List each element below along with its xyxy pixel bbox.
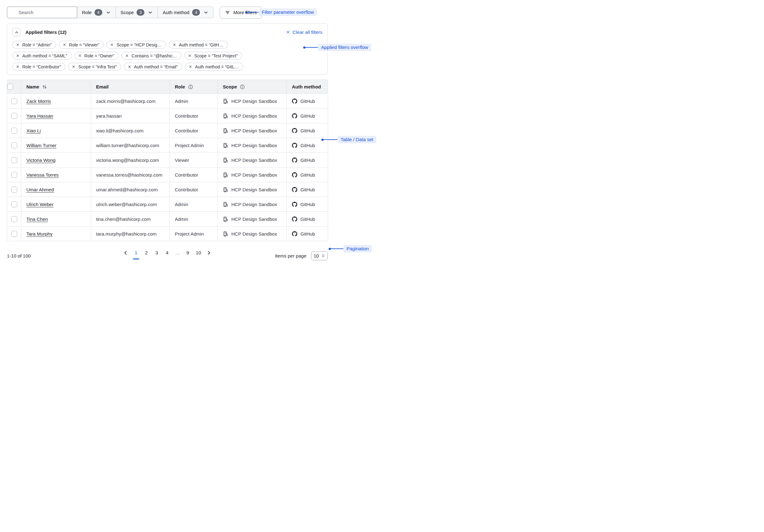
- remove-filter-icon[interactable]: [189, 65, 192, 68]
- row-checkbox[interactable]: [11, 128, 17, 134]
- user-role: Admin: [170, 197, 218, 212]
- applied-filter-pill[interactable]: Scope = “HCP Desig…: [106, 41, 166, 49]
- table-row: Victoria Wong victoria.wong@hashicorp.co…: [7, 153, 328, 168]
- user-scope: HCP Design Sandbox: [231, 98, 277, 104]
- pill-label: Auth method = “Email”: [134, 64, 178, 69]
- user-role: Project Admin: [170, 138, 218, 153]
- user-email: tina.chen@hashicorp.com: [91, 212, 170, 226]
- remove-filter-icon[interactable]: [16, 54, 19, 58]
- applied-filter-pill[interactable]: Role = “Owner”: [75, 52, 119, 60]
- items-per-page-select[interactable]: 10: [311, 251, 328, 260]
- remove-filter-icon[interactable]: [72, 65, 75, 68]
- row-checkbox[interactable]: [11, 231, 17, 237]
- annotation-line: [247, 12, 259, 13]
- user-name-link[interactable]: Tina Chen: [26, 216, 48, 222]
- applied-filter-pill[interactable]: Role = “Viewer”: [59, 41, 104, 49]
- user-name-link[interactable]: Xiao Li: [26, 128, 41, 133]
- page-button-9[interactable]: 9: [185, 250, 190, 256]
- applied-filter-pill[interactable]: Auth method = “GitH…: [169, 41, 228, 49]
- org-icon: [223, 187, 228, 192]
- pill-label: Auth method = “GitL…: [195, 64, 239, 69]
- org-icon: [223, 216, 228, 222]
- prev-page-button[interactable]: [123, 250, 128, 255]
- user-name-link[interactable]: Victoria Wong: [26, 158, 56, 163]
- user-role: Contributor: [170, 168, 218, 182]
- search-input[interactable]: [7, 7, 77, 18]
- row-checkbox[interactable]: [11, 142, 17, 148]
- user-role: Contributor: [170, 123, 218, 138]
- org-icon: [223, 128, 228, 133]
- remove-filter-icon[interactable]: [125, 54, 129, 58]
- pill-label: Auth method = “SAML”: [22, 53, 67, 58]
- user-scope: HCP Design Sandbox: [231, 143, 277, 148]
- annotation-line: [331, 248, 343, 249]
- collapse-applied-filters-button[interactable]: [12, 28, 21, 36]
- applied-filter-pill[interactable]: Scope = “Test Project”: [184, 52, 242, 60]
- remove-filter-icon[interactable]: [63, 43, 66, 47]
- scope-filter-dropdown[interactable]: Scope 3: [116, 7, 158, 18]
- column-header-auth-method: Auth method: [292, 84, 321, 89]
- user-role: Viewer: [170, 153, 218, 168]
- annotation-line: [305, 47, 318, 48]
- applied-filter-pill[interactable]: Auth method = “GitL…: [185, 63, 243, 70]
- user-name-link[interactable]: William Turner: [26, 143, 57, 148]
- auth-method-filter-dropdown[interactable]: Auth method 4: [158, 7, 213, 18]
- clear-all-filters-link[interactable]: Clear all filters: [286, 30, 322, 35]
- sort-icon[interactable]: [42, 84, 47, 89]
- applied-filter-pill[interactable]: Contains = “@hashic…: [121, 52, 181, 60]
- role-filter-dropdown[interactable]: Role 4: [77, 7, 116, 18]
- pill-label: Role = “Contributor”: [22, 64, 61, 69]
- user-name-link[interactable]: Yara Hassan: [26, 113, 53, 119]
- applied-filters-title: Applied filters (12): [25, 30, 67, 35]
- row-checkbox[interactable]: [11, 113, 17, 119]
- page-button-4[interactable]: 4: [164, 250, 169, 256]
- user-scope: HCP Design Sandbox: [231, 187, 277, 192]
- user-name-link[interactable]: Ulrich Weber: [26, 202, 53, 207]
- user-auth-method: GitHub: [300, 172, 315, 178]
- github-icon: [292, 98, 297, 104]
- github-icon: [292, 172, 297, 178]
- remove-filter-icon[interactable]: [16, 43, 19, 47]
- remove-filter-icon[interactable]: [16, 65, 19, 68]
- applied-filter-pill[interactable]: Auth method = “SAML”: [12, 52, 72, 60]
- org-icon: [223, 231, 228, 236]
- remove-filter-icon[interactable]: [110, 43, 113, 47]
- user-name-link[interactable]: Umar Ahmed: [26, 187, 54, 192]
- applied-filter-pill[interactable]: Role = “Admin”: [12, 41, 56, 49]
- org-icon: [223, 158, 228, 163]
- row-checkbox[interactable]: [11, 201, 17, 207]
- org-icon: [223, 172, 228, 178]
- remove-filter-icon[interactable]: [173, 43, 176, 47]
- next-page-button[interactable]: [207, 250, 212, 255]
- remove-filter-icon[interactable]: [128, 65, 131, 68]
- applied-filter-pill[interactable]: Role = “Contributor”: [12, 63, 65, 70]
- row-checkbox[interactable]: [11, 98, 17, 104]
- page-button-3[interactable]: 3: [154, 250, 159, 256]
- close-icon: [286, 30, 290, 34]
- user-name-link[interactable]: Tara Murphy: [26, 231, 53, 236]
- row-checkbox[interactable]: [11, 187, 17, 193]
- page-button-1[interactable]: 1: [133, 250, 138, 256]
- select-all-checkbox[interactable]: [7, 84, 13, 90]
- applied-filter-pill[interactable]: Scope = “Infra Test”: [68, 63, 121, 70]
- info-icon[interactable]: [188, 84, 193, 89]
- user-name-link[interactable]: Vanessa Torres: [26, 172, 59, 178]
- annotation-filter-parameter-overflow: Filter parameter overflow: [245, 8, 317, 16]
- org-icon: [223, 202, 228, 207]
- applied-filter-pill[interactable]: Auth method = “Email”: [124, 63, 182, 70]
- info-icon[interactable]: [240, 84, 245, 89]
- remove-filter-icon[interactable]: [188, 54, 191, 58]
- org-icon: [223, 98, 228, 104]
- row-checkbox[interactable]: [11, 172, 17, 178]
- annotation-table-data-set: Table / Data set: [321, 136, 376, 143]
- github-icon: [292, 158, 297, 163]
- user-name-link[interactable]: Zack Morris: [26, 98, 51, 104]
- page-button-2[interactable]: 2: [144, 250, 149, 256]
- user-role: Admin: [170, 94, 218, 108]
- row-checkbox[interactable]: [11, 216, 17, 222]
- page-button-10[interactable]: 10: [196, 250, 201, 256]
- row-checkbox[interactable]: [11, 157, 17, 163]
- chevron-right-icon: [207, 250, 212, 255]
- user-email: xiao.li@hashicorp.com: [91, 123, 170, 138]
- remove-filter-icon[interactable]: [78, 54, 82, 58]
